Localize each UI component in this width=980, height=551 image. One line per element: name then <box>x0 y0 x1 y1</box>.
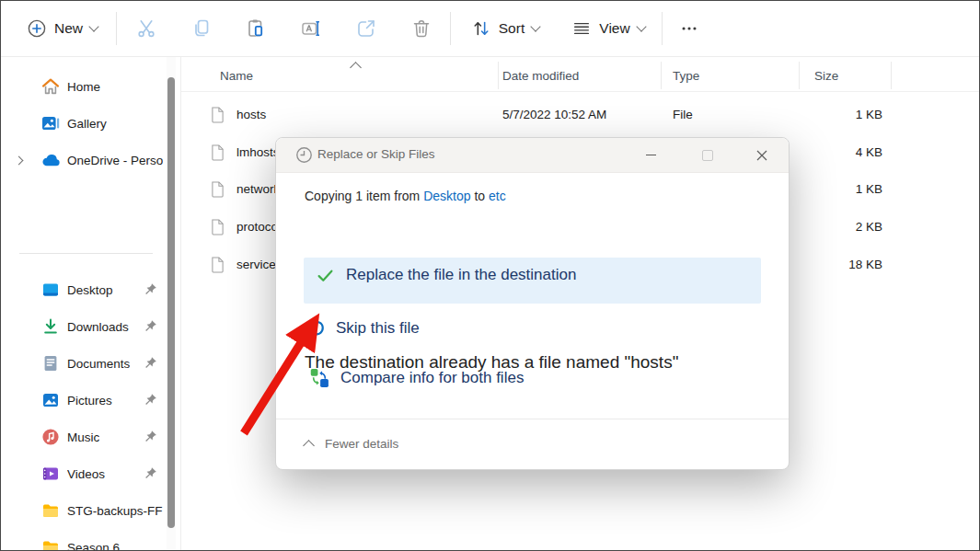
column-header-name[interactable]: Name <box>220 69 253 83</box>
sidebar-scrollbar-thumb[interactable] <box>167 77 175 528</box>
sidebar-item-documents[interactable]: Documents <box>1 350 165 377</box>
videos-icon <box>41 465 60 483</box>
trash-icon <box>410 17 432 40</box>
copy-status-prefix: Copying 1 item from <box>305 189 423 203</box>
close-button[interactable] <box>741 138 783 172</box>
close-icon <box>756 150 767 161</box>
rename-icon <box>300 17 322 40</box>
sidebar-item-home[interactable]: Home <box>1 73 165 100</box>
sort-button[interactable]: Sort <box>461 10 549 47</box>
sidebar-item-gallery[interactable]: Gallery <box>1 109 165 137</box>
sidebar-item-onedrive[interactable]: OneDrive - Perso <box>1 146 165 174</box>
column-header-type[interactable]: Type <box>673 69 699 83</box>
sidebar-item-stg-backups[interactable]: STG-backups-FF <box>1 497 165 524</box>
column-separator[interactable] <box>799 62 800 89</box>
column-headers: Name Date modified Type Size <box>181 58 979 91</box>
skip-file-option[interactable]: Skip this file <box>306 318 420 338</box>
copy-icon <box>190 17 213 40</box>
copy-button[interactable] <box>183 10 220 47</box>
copy-status-line: Copying 1 item from Desktop to etc <box>305 189 506 203</box>
column-separator[interactable] <box>891 62 892 89</box>
replace-file-option[interactable]: Replace the file in the destination <box>317 266 576 284</box>
file-name: hosts <box>236 108 266 121</box>
sidebar-divider <box>19 253 153 254</box>
documents-icon <box>41 354 60 373</box>
source-folder-link[interactable]: Desktop <box>423 189 470 203</box>
music-icon <box>41 428 60 446</box>
dialog-title: Replace or Skip Files <box>317 147 435 161</box>
share-button[interactable] <box>348 10 385 47</box>
toolbar-separator <box>450 12 451 45</box>
file-date-modified: 5/7/2022 10:52 AM <box>502 108 606 121</box>
gallery-icon <box>41 114 60 132</box>
pin-icon <box>144 356 158 371</box>
chevron-down-icon <box>636 21 646 31</box>
home-icon <box>41 77 60 96</box>
view-button[interactable]: View <box>562 10 654 47</box>
header-underline <box>181 91 979 92</box>
file-size: 2 KB <box>856 220 882 234</box>
rename-button[interactable] <box>293 10 329 47</box>
pictures-icon <box>41 391 60 409</box>
chevron-up-icon <box>303 440 315 452</box>
dialog-titlebar[interactable]: Replace or Skip Files <box>276 138 789 173</box>
new-button[interactable]: New <box>21 10 119 47</box>
view-lines-icon <box>571 18 592 39</box>
compare-files-icon <box>309 368 329 388</box>
file-icon <box>211 143 225 162</box>
sidebar-item-music[interactable]: Music <box>1 423 165 451</box>
sidebar-item-label: Desktop <box>67 283 113 297</box>
share-icon <box>355 17 377 40</box>
sidebar-item-label: Home <box>67 80 100 94</box>
sidebar-item-desktop[interactable]: Desktop <box>1 276 165 304</box>
fewer-details-label: Fewer details <box>325 437 398 451</box>
toolbar-separator <box>662 12 663 45</box>
file-icon <box>211 218 225 236</box>
minimize-button[interactable] <box>629 138 672 172</box>
compare-option-label: Compare info for both files <box>340 369 524 387</box>
file-row-hosts[interactable]: hosts 5/7/2022 10:52 AM File 1 KB <box>181 97 979 133</box>
file-icon <box>211 106 225 124</box>
copy-status-mid: to <box>471 189 489 203</box>
file-size: 1 KB <box>856 182 882 196</box>
column-separator[interactable] <box>498 62 499 89</box>
delete-button[interactable] <box>403 10 440 47</box>
column-header-size[interactable]: Size <box>814 69 838 83</box>
replace-or-skip-files-dialog: Replace or Skip Files Copying 1 item fro… <box>275 137 790 470</box>
sidebar-item-label: Pictures <box>67 394 112 408</box>
skip-undo-arrow-icon <box>306 318 326 338</box>
file-size: 1 KB <box>856 108 882 121</box>
check-icon <box>317 267 334 284</box>
sidebar-item-downloads[interactable]: Downloads <box>1 313 165 340</box>
dialog-divider <box>276 419 789 419</box>
file-icon <box>211 180 225 199</box>
chevron-right-icon[interactable] <box>15 155 24 165</box>
column-header-date-modified[interactable]: Date modified <box>502 69 579 83</box>
sidebar-item-season-6[interactable]: Season 6 <box>1 534 165 551</box>
pin-icon <box>144 393 158 408</box>
sidebar-item-label: Music <box>67 430 99 444</box>
column-separator[interactable] <box>661 62 662 89</box>
folder-icon <box>41 501 60 520</box>
maximize-button[interactable] <box>686 138 729 172</box>
sidebar-item-pictures[interactable]: Pictures <box>1 386 165 414</box>
paste-button[interactable] <box>237 10 274 47</box>
file-size: 18 KB <box>848 258 882 271</box>
cut-button[interactable] <box>128 10 165 47</box>
sidebar-item-videos[interactable]: Videos <box>1 460 165 488</box>
sort-button-label: Sort <box>499 20 525 37</box>
chevron-down-icon <box>88 21 98 31</box>
sidebar-item-label: Season 6 <box>67 541 120 551</box>
plus-circle-icon <box>27 18 47 39</box>
minimize-icon <box>646 155 656 155</box>
pin-icon <box>144 282 158 297</box>
sidebar-item-label: Documents <box>67 357 130 371</box>
ellipsis-icon <box>679 18 699 39</box>
see-more-button[interactable] <box>671 10 708 47</box>
sidebar-item-label: Downloads <box>67 320 129 334</box>
destination-folder-link[interactable]: etc <box>489 189 506 203</box>
desktop-icon <box>41 281 60 299</box>
compare-files-option[interactable]: Compare info for both files <box>309 368 524 388</box>
fewer-details-toggle[interactable]: Fewer details <box>305 437 398 451</box>
replace-option-label: Replace the file in the destination <box>346 266 576 284</box>
